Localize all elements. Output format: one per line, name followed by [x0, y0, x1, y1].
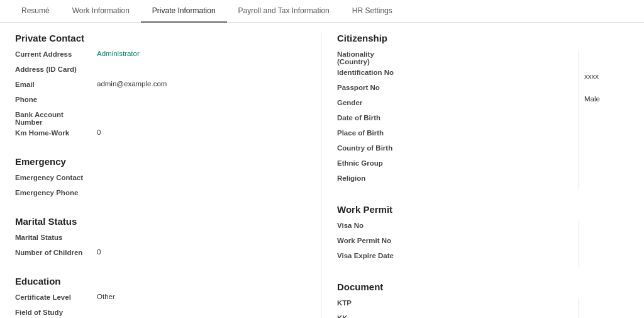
field-row-certificate: Certificate Level Other — [15, 293, 306, 305]
tab-hr-settings[interactable]: HR Settings — [341, 0, 404, 23]
field-row-nationality: Nationality(Country) — [337, 50, 579, 65]
value-gender: Male — [584, 95, 629, 103]
education-title: Education — [15, 276, 306, 287]
label-emergency-phone: Emergency Phone — [15, 188, 97, 196]
marital-status-title: Marital Status — [15, 216, 306, 227]
label-certificate: Certificate Level — [15, 293, 97, 301]
value-email: admin@example.com — [97, 80, 306, 88]
field-row-address-id: Address (ID Card) — [15, 65, 306, 77]
value-num-children: 0 — [97, 248, 306, 256]
field-row-dob: Date of Birth — [337, 113, 579, 126]
field-row-km-home-work: Km Home-Work 0 — [15, 128, 306, 141]
citizenship-title: Citizenship — [337, 33, 629, 43]
label-address-id: Address (ID Card) — [15, 65, 97, 73]
label-visa-no: Visa No — [337, 221, 419, 229]
label-ethnic-group: Ethnic Group — [337, 159, 419, 167]
private-contact-title: Private Contact — [15, 33, 306, 43]
label-dob: Date of Birth — [337, 113, 419, 122]
label-marital-status: Marital Status — [15, 233, 97, 241]
tab-resume[interactable]: Resumé — [10, 0, 61, 23]
emergency-section: Emergency Emergency Contact Emergency Ph… — [15, 156, 306, 201]
label-field-of-study: Field of Study — [15, 308, 97, 316]
field-row-visa-no: Visa No — [337, 221, 579, 234]
tabs-bar: Resumé Work Information Private Informat… — [0, 0, 644, 23]
label-gender: Gender — [337, 98, 419, 106]
field-row-emergency-phone: Emergency Phone — [15, 188, 306, 201]
field-row-identification-no: Identification No — [337, 68, 579, 81]
tab-payroll-tax[interactable]: Payroll and Tax Information — [227, 0, 341, 23]
label-work-permit-no: Work Permit No — [337, 236, 419, 244]
emergency-title: Emergency — [15, 156, 306, 167]
label-emergency-contact: Emergency Contact — [15, 173, 97, 181]
label-ktp: KTP — [337, 298, 419, 307]
field-row-passport-no: Passport No — [337, 83, 579, 96]
field-row-phone: Phone — [15, 95, 306, 108]
label-bank-account: Bank AccountNumber — [15, 110, 97, 126]
work-permit-title: Work Permit — [337, 204, 629, 215]
field-row-country-birth: Country of Birth — [337, 144, 579, 156]
label-country-birth: Country of Birth — [337, 144, 419, 152]
field-row-emergency-contact: Emergency Contact — [15, 173, 306, 186]
label-place-birth: Place of Birth — [337, 128, 419, 137]
value-current-address[interactable]: Administrator — [97, 50, 306, 57]
tab-work-information[interactable]: Work Information — [61, 0, 141, 23]
value-certificate: Other — [97, 293, 306, 300]
field-row-work-permit-no: Work Permit No — [337, 236, 579, 249]
field-row-marital-status: Marital Status — [15, 233, 306, 246]
main-content: Private Contact Current Address Administ… — [0, 23, 644, 318]
label-identification-no: Identification No — [337, 68, 419, 76]
field-row-field-of-study: Field of Study — [15, 308, 306, 318]
label-kk: KK — [337, 314, 419, 318]
field-row-num-children: Number of Children 0 — [15, 248, 306, 261]
label-passport-no: Passport No — [337, 83, 419, 91]
right-column: Citizenship Nationality(Country) Identif… — [322, 33, 629, 318]
left-column: Private Contact Current Address Administ… — [15, 33, 322, 318]
private-contact-section: Private Contact Current Address Administ… — [15, 33, 306, 141]
tab-private-information[interactable]: Private Information — [141, 0, 227, 23]
field-row-current-address: Current Address Administrator — [15, 50, 306, 62]
field-row-ethnic-group: Ethnic Group — [337, 159, 579, 171]
field-row-visa-expire: Visa Expire Date — [337, 251, 579, 264]
field-row-place-birth: Place of Birth — [337, 128, 579, 141]
field-row-ktp: KTP — [337, 298, 579, 311]
label-email: Email — [15, 80, 97, 88]
field-row-bank-account: Bank AccountNumber — [15, 110, 306, 126]
document-title: Document — [337, 281, 629, 292]
label-current-address: Current Address — [15, 50, 97, 58]
label-religion: Religion — [337, 174, 419, 182]
label-nationality: Nationality(Country) — [337, 50, 419, 65]
value-km-home-work: 0 — [97, 128, 306, 136]
marital-status-section: Marital Status Marital Status Number of … — [15, 216, 306, 261]
field-row-religion: Religion — [337, 174, 579, 186]
field-row-gender: Gender — [337, 98, 579, 111]
label-visa-expire: Visa Expire Date — [337, 251, 419, 259]
work-permit-section: Work Permit Visa No Work Permit No Visa … — [337, 204, 629, 266]
document-section: Document KTP KK — [337, 281, 629, 318]
value-identification-no: xxxx — [584, 72, 629, 80]
label-num-children: Number of Children — [15, 248, 97, 256]
citizenship-section: Citizenship Nationality(Country) Identif… — [337, 33, 629, 189]
label-phone: Phone — [15, 95, 97, 103]
label-km-home-work: Km Home-Work — [15, 128, 97, 137]
education-section: Education Certificate Level Other Field … — [15, 276, 306, 318]
field-row-kk: KK — [337, 314, 579, 318]
field-row-email: Email admin@example.com — [15, 80, 306, 93]
